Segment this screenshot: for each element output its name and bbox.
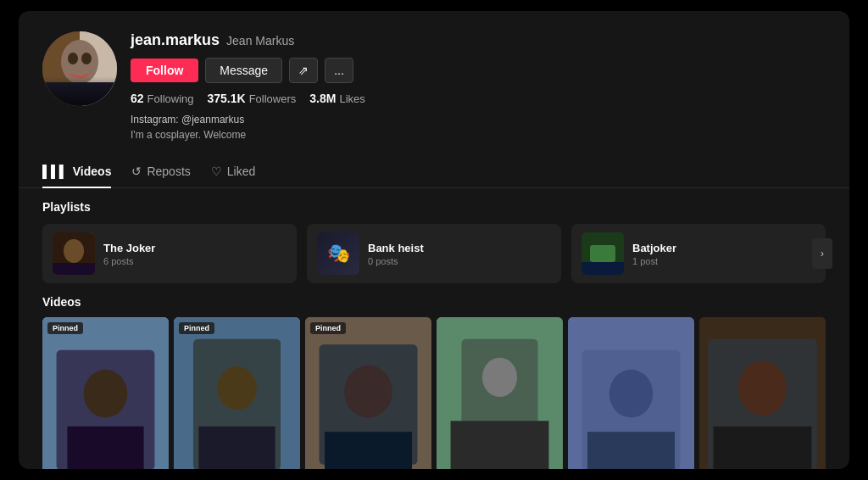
svg-rect-15 (67, 427, 143, 469)
svg-rect-23 (325, 432, 412, 469)
bank-icon: 🎭 (327, 243, 350, 265)
video-card-4[interactable]: ▷ 599.8K (437, 317, 563, 469)
svg-point-14 (84, 370, 128, 418)
more-icon: ... (334, 64, 344, 77)
svg-rect-8 (53, 263, 95, 275)
tab-videos[interactable]: ▌▌▌ Videos (42, 156, 111, 188)
playlists-next-button[interactable]: › (812, 238, 832, 269)
reposts-tab-icon: ↺ (131, 165, 142, 178)
video-thumbnail-4 (437, 317, 563, 469)
video-card-1[interactable]: Pinned ▷ 505.1K (42, 317, 169, 469)
svg-point-7 (64, 239, 84, 263)
stats-row: 62 Following 375.1K Followers 3.8M Likes (131, 92, 826, 105)
profile-info: jean.markus Jean Markus Follow Message ⇗… (131, 31, 826, 142)
svg-point-30 (609, 370, 654, 418)
followers-stat[interactable]: 375.1K Followers (208, 92, 297, 105)
svg-rect-10 (590, 245, 615, 262)
playlist-thumb-bank: 🎭 (317, 232, 359, 275)
svg-point-26 (482, 358, 517, 397)
svg-rect-19 (198, 427, 275, 469)
tab-reposts[interactable]: ↺ Reposts (131, 156, 190, 188)
playlist-info-joker: The Joker 6 posts (103, 242, 287, 266)
playlists-row: The Joker 6 posts 🎭 Bank heist 0 posts (42, 224, 826, 283)
videos-section: Videos Pinned ▷ 505.1K (19, 295, 849, 469)
bio-text: I'm a cosplayer. Welcome (131, 127, 826, 142)
avatar-image (42, 31, 117, 106)
svg-point-2 (61, 40, 98, 84)
playlist-name-bank: Bank heist (368, 242, 551, 254)
svg-rect-11 (581, 262, 624, 275)
video-card-3[interactable]: Pinned ▷ 597.5K (305, 317, 431, 469)
playlist-count-joker: 6 posts (103, 256, 287, 266)
videos-title: Videos (42, 295, 826, 309)
svg-rect-27 (451, 421, 549, 469)
playlist-card-bank[interactable]: 🎭 Bank heist 0 posts (307, 224, 561, 283)
playlists-section: Playlists The Joker 6 posts (19, 188, 849, 295)
videos-tab-icon: ▌▌▌ (42, 165, 68, 178)
svg-rect-35 (714, 427, 812, 469)
likes-label: Likes (339, 92, 364, 105)
playlist-card-batjoker[interactable]: Batjoker 1 post (571, 224, 826, 283)
display-name: Jean Markus (226, 34, 294, 47)
svg-point-4 (81, 53, 92, 64)
playlist-thumb-batjoker (581, 232, 624, 275)
svg-point-3 (68, 53, 78, 64)
video-thumbnail-5 (568, 317, 694, 469)
svg-point-18 (217, 366, 256, 410)
svg-rect-5 (42, 82, 117, 106)
pinned-badge-2: Pinned (179, 322, 214, 334)
bio-section: Instagram: @jeanmarkus I'm a cosplayer. … (131, 112, 826, 142)
playlist-count-bank: 0 posts (368, 256, 551, 266)
follow-button[interactable]: Follow (131, 59, 198, 82)
playlist-info-bank: Bank heist 0 posts (368, 242, 551, 266)
username: jean.markus (131, 31, 220, 49)
tab-liked[interactable]: ♡ Liked (211, 156, 255, 188)
video-card-5[interactable]: ▷ 1.6M (568, 317, 694, 469)
video-thumbnail-6 (699, 317, 826, 469)
likes-count: 3.8M (309, 92, 336, 105)
tabs-bar: ▌▌▌ Videos ↺ Reposts ♡ Liked (19, 156, 849, 188)
video-card-2[interactable]: Pinned ▷ 1M (174, 317, 300, 469)
playlist-card-joker[interactable]: The Joker 6 posts (42, 224, 297, 283)
tab-reposts-label: Reposts (147, 165, 190, 178)
svg-point-34 (738, 361, 787, 416)
playlist-name-batjoker: Batjoker (632, 242, 815, 254)
video-card-6[interactable]: ▷ 3M (699, 317, 826, 469)
username-row: jean.markus Jean Markus (131, 31, 826, 49)
share-button[interactable]: ⇗ (289, 58, 318, 83)
videos-grid: Pinned ▷ 505.1K Pinned (42, 317, 826, 469)
svg-rect-31 (587, 432, 675, 469)
pinned-badge-3: Pinned (310, 322, 346, 334)
playlist-name-joker: The Joker (103, 242, 287, 254)
followers-label: Followers (249, 92, 297, 105)
video-thumbnail-1 (42, 317, 169, 469)
action-buttons: Follow Message ⇗ ... (131, 58, 826, 83)
followers-count: 375.1K (208, 92, 246, 105)
tab-liked-label: Liked (227, 165, 255, 178)
playlists-title: Playlists (42, 200, 826, 214)
video-thumbnail-3 (305, 317, 431, 469)
avatar (42, 31, 117, 106)
pinned-badge-1: Pinned (47, 322, 83, 334)
following-label: Following (147, 92, 194, 105)
playlist-thumb-joker (53, 232, 95, 275)
svg-point-22 (344, 366, 392, 418)
chevron-right-icon: › (821, 248, 824, 260)
message-button[interactable]: Message (205, 58, 282, 83)
playlist-count-batjoker: 1 post (632, 256, 815, 266)
share-icon: ⇗ (298, 64, 309, 77)
tab-videos-label: Videos (73, 165, 112, 178)
profile-header: jean.markus Jean Markus Follow Message ⇗… (19, 11, 849, 156)
app-window: jean.markus Jean Markus Follow Message ⇗… (19, 11, 849, 469)
liked-tab-icon: ♡ (211, 165, 222, 178)
more-button[interactable]: ... (325, 58, 353, 83)
video-thumbnail-2 (174, 317, 300, 469)
likes-stat: 3.8M Likes (309, 92, 364, 105)
following-stat[interactable]: 62 Following (131, 92, 194, 105)
playlist-info-batjoker: Batjoker 1 post (632, 242, 815, 266)
following-count: 62 (131, 92, 144, 105)
instagram-link[interactable]: Instagram: @jeanmarkus (131, 112, 826, 127)
